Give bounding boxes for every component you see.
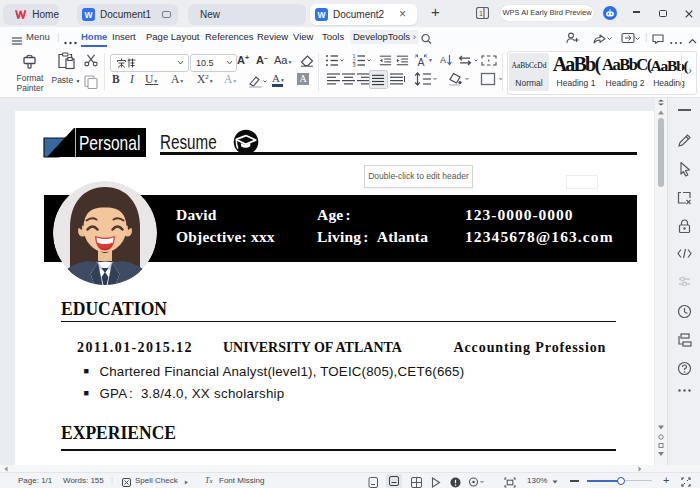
svg-text:3: 3 — [353, 62, 356, 67]
svg-text:A: A — [418, 56, 425, 68]
svg-text:A: A — [440, 55, 446, 65]
svg-text:1: 1 — [479, 10, 483, 17]
